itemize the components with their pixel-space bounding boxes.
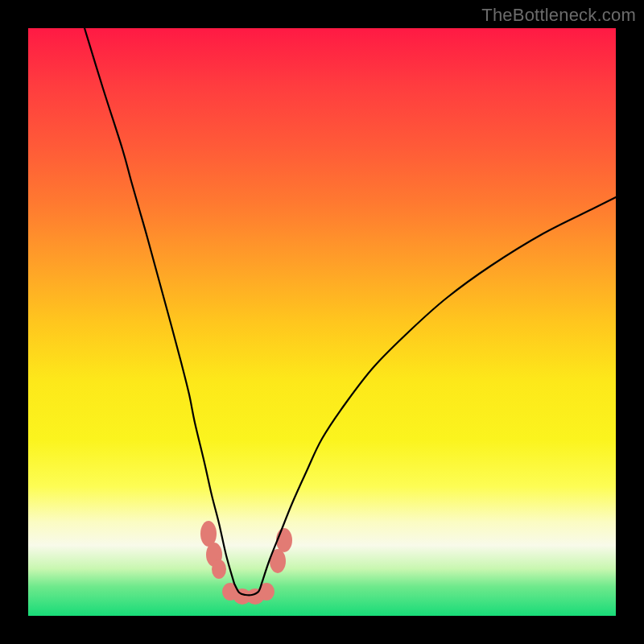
valley-marker [212,559,226,579]
left-branch-curve [85,28,234,584]
right-branch-curve [262,197,616,584]
chart-svg [28,28,616,616]
plot-area [28,28,616,616]
valley-markers-group [200,521,292,605]
watermark-label: TheBottleneck.com [481,5,636,26]
valley-marker [276,528,292,552]
chart-frame: TheBottleneck.com [0,0,644,644]
